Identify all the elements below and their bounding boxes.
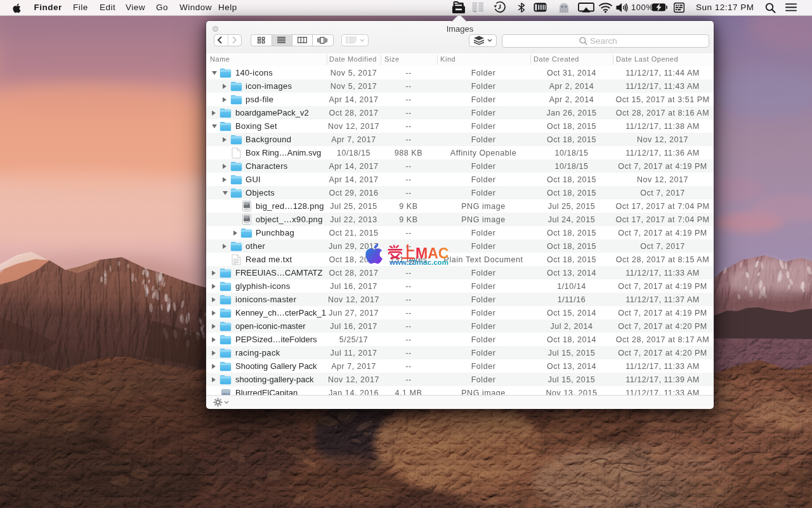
svg-text:www.23mac.com: www.23mac.com [389,258,449,266]
